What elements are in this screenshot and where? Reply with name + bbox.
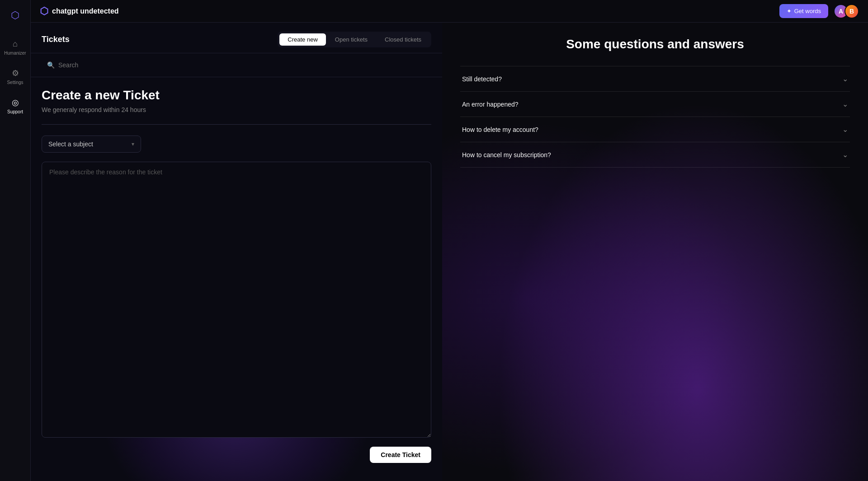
main-wrapper: ⬡ chatgpt undetected ✦ Get words A B Tic… — [31, 0, 868, 481]
chevron-icon-4: ⌄ — [842, 150, 848, 159]
sidebar-humanizer-label: Humanizer — [4, 51, 26, 56]
sidebar-item-humanizer[interactable]: ⌂ Humanizer — [2, 34, 29, 60]
brand-name: chatgpt undetected — [52, 7, 119, 15]
sidebar-item-settings[interactable]: ⚙ Settings — [2, 64, 29, 89]
tickets-title: Tickets — [42, 35, 70, 44]
tickets-header: Tickets Create new Open tickets Closed t… — [31, 23, 442, 53]
sidebar-support-label: Support — [7, 109, 23, 114]
subject-select[interactable]: Select a subject ▾ — [42, 135, 141, 153]
tickets-panel-inner: Tickets Create new Open tickets Closed t… — [31, 23, 442, 481]
tab-closed-tickets[interactable]: Closed tickets — [377, 33, 429, 46]
qa-title: Some questions and answers — [460, 37, 850, 51]
header-bar: ⬡ chatgpt undetected ✦ Get words A B — [31, 0, 868, 23]
faq-item-4[interactable]: How to cancel my subscription? ⌄ — [460, 142, 850, 168]
chevron-down-icon: ▾ — [132, 141, 134, 147]
create-ticket-button[interactable]: Create Ticket — [370, 447, 431, 463]
home-icon: ⌂ — [10, 39, 20, 49]
header-right: ✦ Get words A B — [779, 4, 859, 19]
faq-item-1[interactable]: Still detected? ⌄ — [460, 66, 850, 92]
sidebar-logo: ⬡ — [7, 7, 24, 23]
tab-open-tickets[interactable]: Open tickets — [327, 33, 376, 46]
faq-list: Still detected? ⌄ An error happened? ⌄ H… — [460, 66, 850, 168]
chevron-icon-2: ⌄ — [842, 100, 848, 108]
faq-question-1: Still detected? — [462, 75, 502, 83]
sidebar-settings-label: Settings — [7, 80, 23, 85]
search-icon: 🔍 — [47, 61, 55, 69]
sidebar: ⬡ ⌂ Humanizer ⚙ Settings ◎ Support — [0, 0, 31, 481]
form-area: Create a new Ticket We generaly respond … — [31, 77, 442, 481]
search-bar: 🔍 — [31, 53, 442, 77]
qa-inner: Some questions and answers Still detecte… — [460, 37, 850, 168]
brand-icon: ⬡ — [40, 5, 48, 17]
sidebar-item-support[interactable]: ◎ Support — [2, 93, 29, 119]
chevron-icon-1: ⌄ — [842, 75, 848, 83]
tickets-panel: Tickets Create new Open tickets Closed t… — [31, 23, 442, 481]
form-subtitle: We generaly respond within 24 hours — [42, 106, 431, 113]
chevron-icon-3: ⌄ — [842, 125, 848, 134]
get-words-label: Get words — [794, 8, 821, 14]
ticket-description-textarea[interactable] — [42, 162, 431, 438]
logo-icon: ⬡ — [11, 9, 19, 21]
settings-icon: ⚙ — [10, 68, 20, 78]
avatar-group: A B — [834, 4, 859, 19]
get-words-button[interactable]: ✦ Get words — [779, 4, 828, 18]
get-words-icon: ✦ — [787, 8, 792, 14]
form-divider — [42, 124, 431, 125]
search-input[interactable] — [58, 61, 149, 69]
faq-question-2: An error happened? — [462, 101, 519, 108]
form-footer: Create Ticket — [42, 447, 431, 470]
faq-item-2[interactable]: An error happened? ⌄ — [460, 92, 850, 117]
qa-panel: Some questions and answers Still detecte… — [442, 23, 868, 481]
form-title: Create a new Ticket — [42, 88, 431, 103]
tabs-group: Create new Open tickets Closed tickets — [278, 32, 431, 47]
faq-question-3: How to delete my account? — [462, 126, 538, 133]
brand: ⬡ chatgpt undetected — [40, 5, 119, 17]
support-icon: ◎ — [10, 98, 20, 107]
tab-create-new[interactable]: Create new — [279, 33, 326, 46]
faq-item-3[interactable]: How to delete my account? ⌄ — [460, 117, 850, 142]
avatar-secondary: B — [844, 4, 859, 19]
search-input-wrap: 🔍 — [42, 59, 431, 71]
faq-question-4: How to cancel my subscription? — [462, 151, 551, 159]
content-area: Tickets Create new Open tickets Closed t… — [31, 23, 868, 481]
subject-select-label: Select a subject — [48, 140, 93, 148]
